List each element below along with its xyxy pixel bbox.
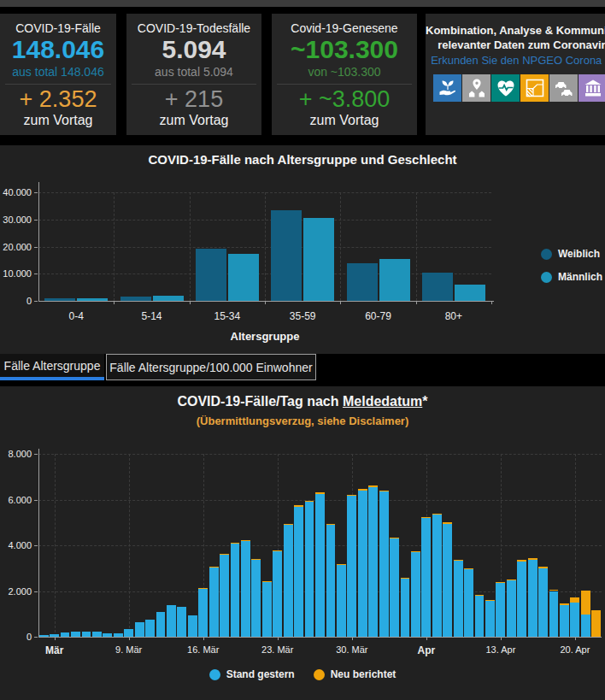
bar-männlich-60-79 — [379, 259, 410, 301]
y-axis-tick — [34, 454, 38, 455]
daily-bar-reported — [294, 507, 303, 637]
card-delta-label: zum Vortag — [126, 113, 261, 128]
daily-bar-reported — [560, 605, 569, 637]
daily-bar-reported — [262, 582, 272, 637]
daily-bar-reported — [209, 567, 219, 637]
daily-bar-reported — [82, 632, 91, 637]
location-pin-houses-icon — [462, 74, 490, 102]
y-axis-tick — [34, 220, 38, 221]
daily-bar-new — [273, 550, 282, 551]
card-value: 148.046 — [0, 35, 116, 64]
card-subtitle: aus total 148.046 — [0, 64, 116, 79]
card-deaths: COVID-19-Todesfälle 5.094 aus total 5.09… — [126, 14, 261, 135]
daily-bar-reported — [421, 518, 431, 637]
age-x-axis-title: Altersgruppe — [38, 330, 491, 343]
daily-bar-reported — [337, 565, 346, 637]
daily-bar-reported — [443, 524, 452, 637]
gridline-v — [340, 192, 341, 301]
x-axis-line — [38, 637, 602, 638]
x-axis-label: 0-4 — [42, 310, 110, 322]
daily-bar-reported — [61, 632, 70, 637]
daily-bar-new — [358, 489, 367, 490]
daily-bar-reported — [135, 622, 144, 637]
y-axis-tick — [34, 247, 38, 248]
daily-bar-new — [496, 582, 505, 583]
daily-bar-reported — [156, 612, 166, 637]
card-delta: + ~3.800 — [272, 86, 417, 113]
x-axis-label: 60-79 — [344, 310, 413, 322]
age-chart-legend: WeiblichMännlich — [541, 248, 602, 294]
daily-bar-reported — [92, 632, 102, 637]
bar-männlich-35-59 — [303, 218, 334, 301]
daily-bar-reported — [326, 525, 336, 637]
daily-bar-reported — [145, 620, 155, 637]
npgeo-hub-link[interactable]: Erkunden Sie den NPGEO Corona Hub — [426, 52, 605, 69]
x-axis-tick — [114, 301, 115, 304]
card-delta-label: zum Vortag — [272, 113, 417, 128]
x-axis-tick — [265, 301, 266, 304]
y-axis-label: 20.000 — [0, 242, 32, 252]
daily-bar-reported — [220, 555, 229, 637]
daily-bar-new — [294, 505, 303, 506]
x-axis-tick — [340, 301, 341, 304]
card-title: COVID-19-Todesfälle — [126, 21, 261, 35]
daily-bar-reported — [251, 559, 261, 637]
daily-bar-reported — [50, 634, 59, 637]
y-axis-label: 30.000 — [0, 215, 32, 225]
npgeo-tiles-row — [433, 74, 605, 102]
daily-bar-new — [231, 543, 240, 544]
y-axis-label: 0 — [0, 632, 32, 642]
legend-item-weiblich: Weiblich — [541, 248, 602, 260]
daily-bar-new — [284, 524, 293, 525]
y-axis-line — [38, 182, 39, 301]
x-axis-label: 16. Mär — [173, 644, 233, 655]
daily-bar-reported — [464, 569, 473, 637]
y-axis-tick — [34, 301, 38, 302]
daily-bar-reported — [549, 591, 559, 638]
tab-faelle-altersgruppe[interactable]: Fälle Altersgruppe — [0, 354, 104, 380]
daily-bar-new — [517, 560, 526, 562]
daily-bar-reported — [485, 601, 495, 637]
gridline-v — [416, 192, 417, 301]
x-axis-label: 15-34 — [193, 310, 261, 322]
daily-bar-reported — [305, 502, 314, 637]
daily-bar-reported — [358, 491, 367, 637]
y-axis-label: 2.000 — [0, 586, 32, 597]
x-axis-tick — [491, 301, 492, 304]
x-axis-tick — [190, 301, 191, 304]
y-axis-tick — [34, 591, 38, 592]
daily-bar-reported — [231, 543, 240, 637]
daily-bar-reported — [517, 562, 526, 637]
daily-bar-new — [538, 567, 548, 568]
daily-bar-reported — [315, 494, 325, 637]
legend-label: Neu berichtet — [331, 668, 396, 680]
card-title: COVID-19-Fälle — [0, 21, 116, 35]
daily-bar-reported — [581, 615, 590, 637]
daily-bar-new — [401, 578, 410, 579]
gridline-v — [190, 192, 191, 301]
daily-bar-new — [368, 485, 378, 486]
daily-bar-new — [454, 560, 463, 561]
daily-bar-new — [432, 514, 442, 515]
legend-label: Weiblich — [558, 248, 600, 260]
x-axis-label: 80+ — [420, 310, 488, 322]
gridline-v — [129, 454, 130, 637]
legend-item-männlich: Männlich — [541, 271, 602, 283]
daily-bar-new — [251, 559, 261, 560]
covid-dashboard: COVID-19-Fälle 148.046 aus total 148.046… — [0, 0, 605, 700]
bar-weiblich-5-14 — [120, 297, 151, 301]
card-npgeo-info: Kombination, Analyse & Kommunikation rel… — [426, 14, 605, 135]
daily-bar-reported — [188, 615, 197, 637]
daily-bar-new — [198, 588, 208, 589]
tab-label: Fälle Altersgruppe — [4, 359, 101, 373]
public-building-icon — [579, 74, 605, 102]
bar-männlich-5-14 — [153, 296, 184, 301]
tab-faelle-altersgruppe-100k[interactable]: Fälle Altersgruppe/100.000 Einwohner — [106, 354, 316, 380]
map-regions-icon — [520, 74, 549, 102]
stat-cards-row: COVID-19-Fälle 148.046 aus total 148.046… — [0, 14, 605, 135]
daily-bar-reported — [454, 561, 463, 637]
legend-item-neu-berichtet: Neu berichtet — [314, 668, 396, 680]
daily-bar-new — [305, 501, 314, 502]
daily-bar-reported — [379, 491, 389, 637]
bar-weiblich-0-4 — [44, 298, 75, 301]
